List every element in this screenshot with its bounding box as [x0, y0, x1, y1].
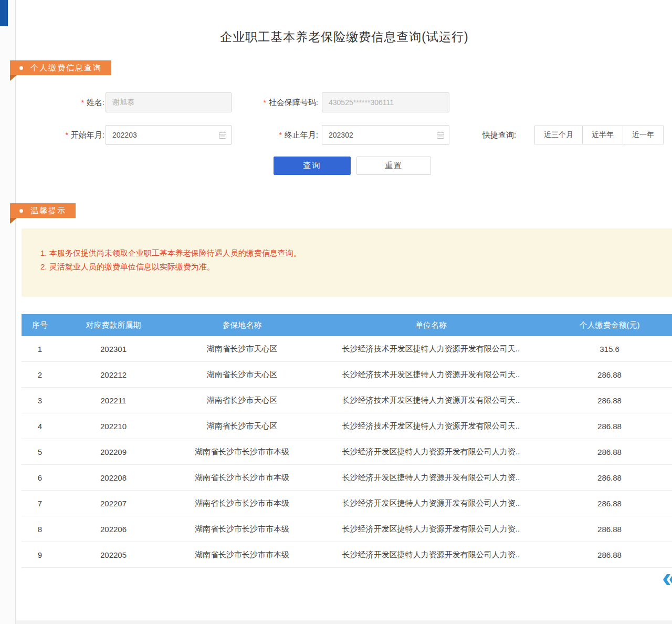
table-cell: 长沙经济开发区捷特人力资源开发有限公司人力资.. — [316, 465, 547, 491]
column-header: 单位名称 — [316, 314, 547, 336]
section-badge-tips: 温馨提示 — [10, 203, 76, 218]
ssn-field-wrap — [322, 92, 449, 112]
quick-query-option-3[interactable]: 近一年 — [623, 126, 664, 144]
table-cell: 长沙经济技术开发区捷特人力资源开发有限公司天.. — [316, 362, 547, 388]
main-panel: 企业职工基本养老保险缴费信息查询(试运行) 个人缴费信息查询 *姓名: *社会保… — [16, 0, 672, 620]
required-asterisk: * — [263, 98, 266, 107]
end-date-input[interactable] — [322, 125, 449, 145]
bullet-dot-icon — [19, 66, 23, 70]
table-row: 7202207湖南省长沙市长沙市市本级长沙经济开发区捷特人力资源开发有限公司人力… — [22, 491, 672, 516]
start-date-input[interactable] — [106, 125, 232, 145]
table-cell: 6 — [22, 465, 58, 491]
quick-query-buttons: 近三个月近半年近一年 — [535, 126, 664, 144]
column-header: 序号 — [22, 314, 58, 336]
name-input — [106, 92, 232, 112]
section-badge-query-label: 个人缴费信息查询 — [30, 63, 102, 73]
table-cell: 8 — [22, 516, 58, 542]
bullet-dot-icon — [19, 209, 23, 213]
table-cell: 4 — [22, 413, 58, 439]
table-cell: 202205 — [58, 542, 169, 568]
tips-notice-box: 1. 本服务仅提供尚未领取企业职工基本养老保险待遇人员的缴费信息查询。 2. 灵… — [22, 228, 672, 297]
table-cell: 长沙经济开发区捷特人力资源开发有限公司人力资.. — [316, 491, 547, 516]
required-asterisk: * — [279, 131, 281, 139]
table-cell: 315.6 — [547, 336, 672, 362]
table-row: 9202205湖南省长沙市长沙市市本级长沙经济开发区捷特人力资源开发有限公司人力… — [22, 542, 672, 568]
page-title: 企业职工基本养老保险缴费信息查询(试运行) — [16, 29, 672, 45]
name-field-wrap — [106, 92, 232, 112]
ssn-label: *社会保障号码: — [237, 92, 318, 112]
table-cell: 2 — [22, 362, 58, 388]
start-date-label: *开始年月: — [43, 125, 104, 145]
table-cell: 湖南省长沙市天心区 — [169, 388, 316, 413]
table-cell: 286.88 — [547, 491, 672, 516]
table-row: 5202209湖南省长沙市长沙市市本级长沙经济开发区捷特人力资源开发有限公司人力… — [22, 439, 672, 465]
table-cell: 202301 — [58, 336, 169, 362]
table-cell: 湖南省长沙市天心区 — [169, 413, 316, 439]
section-badge-query: 个人缴费信息查询 — [10, 60, 111, 75]
table-cell: 286.88 — [547, 413, 672, 439]
table-cell: 202210 — [58, 413, 169, 439]
table-cell: 长沙经济开发区捷特人力资源开发有限公司人力资.. — [316, 439, 547, 465]
table-cell: 286.88 — [547, 516, 672, 542]
reset-button[interactable]: 重置 — [356, 157, 431, 175]
table-cell: 202208 — [58, 465, 169, 491]
ribbon-fold — [10, 75, 17, 81]
column-header: 参保地名称 — [169, 314, 316, 336]
table-cell: 湖南省长沙市长沙市市本级 — [169, 465, 316, 491]
quick-query-option-1[interactable]: 近三个月 — [534, 126, 583, 144]
end-date-label: *终止年月: — [237, 125, 318, 145]
table-cell: 长沙经济技术开发区捷特人力资源开发有限公司天.. — [316, 413, 547, 439]
table-cell: 286.88 — [547, 465, 672, 491]
table-cell: 9 — [22, 542, 58, 568]
table-cell: 湖南省长沙市长沙市市本级 — [169, 491, 316, 516]
table-cell: 202209 — [58, 439, 169, 465]
table-cell: 长沙经济开发区捷特人力资源开发有限公司人力资.. — [316, 516, 547, 542]
table-row: 8202206湖南省长沙市长沙市市本级长沙经济开发区捷特人力资源开发有限公司人力… — [22, 516, 672, 542]
quick-query-label: 快捷查询: — [482, 125, 530, 145]
table-cell: 5 — [22, 439, 58, 465]
table-cell: 202212 — [58, 362, 169, 388]
table-cell: 202206 — [58, 516, 169, 542]
section-badge-tips-label: 温馨提示 — [30, 206, 66, 216]
underlying-page-sliver — [0, 0, 16, 624]
required-asterisk: * — [65, 131, 68, 139]
table-cell: 湖南省长沙市天心区 — [169, 336, 316, 362]
sidebar-blue-tab — [0, 0, 8, 26]
ribbon-fold — [10, 218, 17, 224]
table-cell: 1 — [22, 336, 58, 362]
ssn-input — [322, 92, 449, 112]
table-cell: 286.88 — [547, 542, 672, 568]
table-cell: 202211 — [58, 388, 169, 413]
table-cell: 286.88 — [547, 388, 672, 413]
table-header-row: 序号对应费款所属期参保地名称单位名称个人缴费金额(元) — [22, 314, 672, 336]
results-table: 序号对应费款所属期参保地名称单位名称个人缴费金额(元) 1202301湖南省长沙… — [22, 314, 672, 568]
table-cell: 长沙经济开发区捷特人力资源开发有限公司人力资.. — [316, 542, 547, 568]
column-header: 对应费款所属期 — [58, 314, 169, 336]
quick-query-option-2[interactable]: 近半年 — [582, 126, 623, 144]
table-cell: 3 — [22, 388, 58, 413]
table-cell: 湖南省长沙市天心区 — [169, 362, 316, 388]
table-cell: 湖南省长沙市长沙市市本级 — [169, 542, 316, 568]
table-row: 3202211湖南省长沙市天心区长沙经济技术开发区捷特人力资源开发有限公司天..… — [22, 388, 672, 413]
required-asterisk: * — [81, 98, 83, 107]
tips-line-1: 1. 本服务仅提供尚未领取企业职工基本养老保险待遇人员的缴费信息查询。 — [40, 246, 662, 260]
column-header: 个人缴费金额(元) — [547, 314, 672, 336]
table-cell: 湖南省长沙市长沙市市本级 — [169, 439, 316, 465]
table-cell: 湖南省长沙市长沙市市本级 — [169, 516, 316, 542]
table-cell: 202207 — [58, 491, 169, 516]
table-cell: 7 — [22, 491, 58, 516]
table-body: 1202301湖南省长沙市天心区长沙经济技术开发区捷特人力资源开发有限公司天..… — [22, 336, 672, 568]
tips-line-2: 2. 灵活就业人员的缴费单位信息以实际缴费为准。 — [40, 260, 662, 274]
collapse-chevron-icon[interactable]: « — [662, 563, 672, 591]
table-row: 1202301湖南省长沙市天心区长沙经济技术开发区捷特人力资源开发有限公司天..… — [22, 336, 672, 362]
table-cell: 长沙经济技术开发区捷特人力资源开发有限公司天.. — [316, 336, 547, 362]
query-button[interactable]: 查询 — [274, 157, 351, 175]
table-cell: 286.88 — [547, 439, 672, 465]
table-row: 2202212湖南省长沙市天心区长沙经济技术开发区捷特人力资源开发有限公司天..… — [22, 362, 672, 388]
start-date-field-wrap — [106, 125, 232, 145]
table-row: 4202210湖南省长沙市天心区长沙经济技术开发区捷特人力资源开发有限公司天..… — [22, 413, 672, 439]
name-label: *姓名: — [43, 92, 104, 112]
end-date-field-wrap — [322, 125, 449, 145]
table-cell: 286.88 — [547, 362, 672, 388]
table-cell: 长沙经济技术开发区捷特人力资源开发有限公司天.. — [316, 388, 547, 413]
